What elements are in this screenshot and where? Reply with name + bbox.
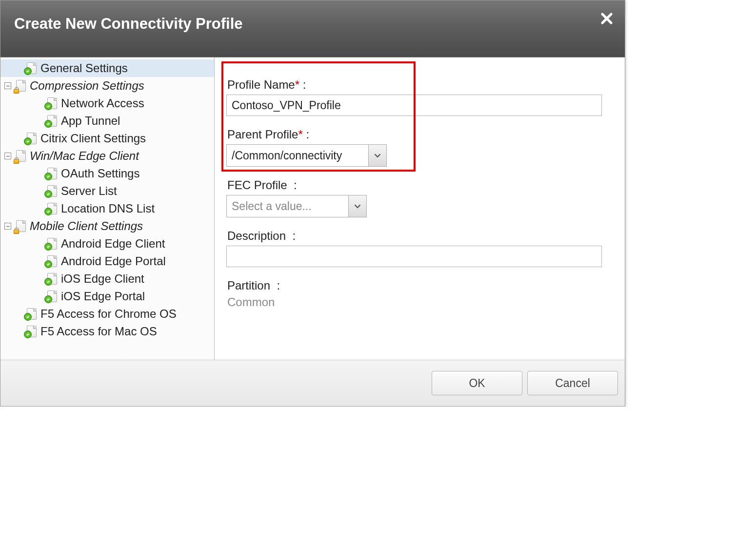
parent-profile-label: Parent Profile* :: [227, 128, 621, 141]
description-label: Description :: [227, 229, 621, 243]
sidebar-item-label: F5 Access for Chrome OS: [40, 307, 177, 321]
fec-profile-select[interactable]: Select a value...: [226, 195, 367, 217]
document-check-icon: [45, 291, 58, 302]
partition-label: Partition :: [227, 279, 621, 292]
partition-value: Common: [227, 295, 621, 309]
ok-button[interactable]: OK: [432, 371, 522, 395]
sidebar-item-label: iOS Edge Client: [61, 272, 144, 286]
document-check-icon: [45, 238, 58, 250]
sidebar-item-label: Compression Settings: [30, 79, 144, 93]
sidebar-item-f5-access-chrome[interactable]: F5 Access for Chrome OS: [0, 305, 214, 323]
profile-name-label: Profile Name* :: [227, 78, 621, 92]
profile-name-input[interactable]: [226, 95, 602, 116]
sidebar-item-android-edge-client[interactable]: Android Edge Client: [0, 235, 214, 252]
sidebar-item-f5-access-mac[interactable]: F5 Access for Mac OS: [0, 323, 214, 340]
fec-profile-placeholder: Select a value...: [227, 195, 348, 217]
sidebar-item-label: iOS Edge Portal: [61, 290, 145, 303]
sidebar-item-label: OAuth Settings: [61, 167, 139, 180]
document-lock-icon: [14, 150, 27, 162]
document-check-icon: [25, 326, 38, 337]
parent-profile-select[interactable]: /Common/connectivity: [226, 144, 387, 167]
chevron-down-icon[interactable]: [348, 195, 366, 217]
description-input[interactable]: [226, 246, 602, 267]
sidebar-item-citrix-client-settings[interactable]: Citrix Client Settings: [0, 130, 214, 147]
close-icon[interactable]: [599, 11, 614, 26]
dialog-header: Create New Connectivity Profile: [0, 0, 625, 57]
document-check-icon: [25, 133, 38, 144]
sidebar-item-label: F5 Access for Mac OS: [40, 325, 157, 338]
collapse-icon[interactable]: −: [4, 82, 11, 89]
sidebar-item-location-dns-list[interactable]: Location DNS List: [0, 200, 214, 217]
dialog-create-connectivity-profile: Create New Connectivity Profile General …: [0, 0, 625, 407]
sidebar-item-ios-edge-client[interactable]: iOS Edge Client: [0, 270, 214, 288]
fec-profile-label: FEC Profile :: [227, 178, 621, 192]
collapse-icon[interactable]: −: [4, 223, 11, 230]
sidebar-item-general-settings[interactable]: General Settings: [0, 59, 214, 77]
chevron-down-icon[interactable]: [368, 145, 386, 166]
sidebar-item-label: Win/Mac Edge Client: [30, 149, 139, 163]
document-check-icon: [45, 168, 58, 179]
document-lock-icon: [14, 80, 27, 92]
sidebar-item-label: Mobile Client Settings: [30, 219, 143, 233]
sidebar-item-label: Network Access: [61, 97, 144, 110]
sidebar-item-label: Android Edge Client: [61, 237, 165, 251]
sidebar-item-label: Citrix Client Settings: [40, 132, 146, 145]
form-panel: Profile Name* : Parent Profile* : /Commo…: [215, 58, 625, 360]
sidebar-item-android-edge-portal[interactable]: Android Edge Portal: [0, 252, 214, 270]
document-check-icon: [45, 203, 58, 214]
sidebar-item-mobile-client-settings[interactable]: − Mobile Client Settings: [0, 217, 214, 235]
sidebar-item-ios-edge-portal[interactable]: iOS Edge Portal: [0, 288, 214, 305]
dialog-footer: OK Cancel: [0, 360, 625, 406]
document-check-icon: [45, 255, 58, 267]
document-check-icon: [25, 62, 38, 74]
cancel-button[interactable]: Cancel: [527, 371, 618, 395]
document-check-icon: [45, 97, 58, 109]
collapse-icon[interactable]: −: [4, 153, 11, 159]
sidebar-item-network-access[interactable]: Network Access: [0, 95, 214, 112]
sidebar-item-label: App Tunnel: [61, 114, 120, 128]
sidebar-item-compression-settings[interactable]: − Compression Settings: [0, 77, 214, 95]
sidebar-item-label: Location DNS List: [61, 202, 155, 215]
sidebar-tree: General Settings − Compression Settings …: [0, 58, 215, 360]
document-check-icon: [45, 115, 58, 127]
sidebar-item-server-list[interactable]: Server List: [0, 182, 214, 200]
document-lock-icon: [14, 220, 27, 232]
sidebar-item-oauth-settings[interactable]: OAuth Settings: [0, 165, 214, 182]
sidebar-item-app-tunnel[interactable]: App Tunnel: [0, 112, 214, 130]
dialog-body: General Settings − Compression Settings …: [0, 57, 625, 360]
sidebar-item-label: Server List: [61, 184, 117, 198]
document-check-icon: [45, 273, 58, 285]
sidebar-item-win-mac-edge-client[interactable]: − Win/Mac Edge Client: [0, 147, 214, 165]
document-check-icon: [25, 308, 38, 320]
document-check-icon: [45, 185, 58, 197]
parent-profile-value: /Common/connectivity: [227, 145, 368, 166]
dialog-title: Create New Connectivity Profile: [14, 15, 611, 33]
sidebar-item-label: General Settings: [40, 61, 128, 75]
sidebar-item-label: Android Edge Portal: [61, 254, 166, 268]
